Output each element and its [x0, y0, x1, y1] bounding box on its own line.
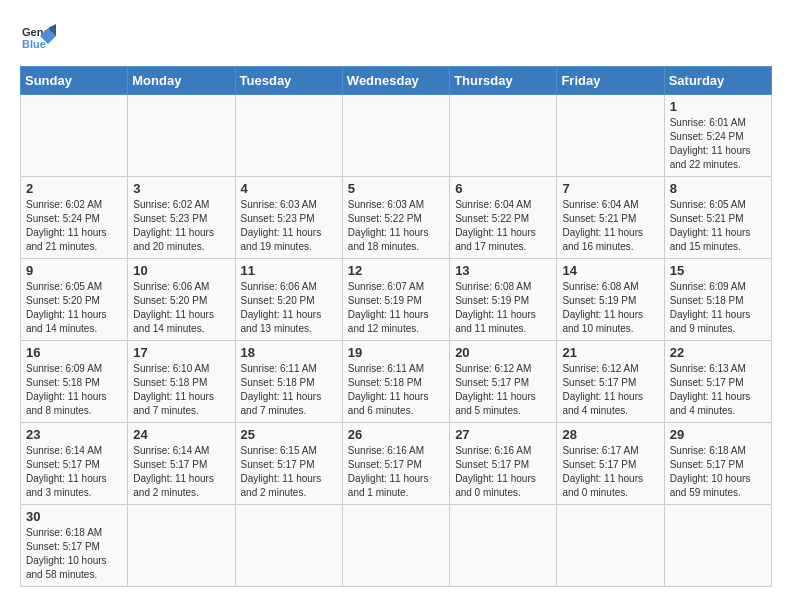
calendar-day-cell: 18Sunrise: 6:11 AM Sunset: 5:18 PM Dayli…	[235, 341, 342, 423]
calendar-day-cell: 3Sunrise: 6:02 AM Sunset: 5:23 PM Daylig…	[128, 177, 235, 259]
calendar-week-row: 30Sunrise: 6:18 AM Sunset: 5:17 PM Dayli…	[21, 505, 772, 587]
svg-text:Blue: Blue	[22, 38, 46, 50]
calendar-day-cell: 22Sunrise: 6:13 AM Sunset: 5:17 PM Dayli…	[664, 341, 771, 423]
day-info: Sunrise: 6:04 AM Sunset: 5:22 PM Dayligh…	[455, 198, 551, 254]
calendar-day-cell: 2Sunrise: 6:02 AM Sunset: 5:24 PM Daylig…	[21, 177, 128, 259]
calendar-day-cell	[21, 95, 128, 177]
page-header: General Blue	[20, 20, 772, 56]
calendar-day-cell: 4Sunrise: 6:03 AM Sunset: 5:23 PM Daylig…	[235, 177, 342, 259]
day-number: 10	[133, 263, 229, 278]
calendar-day-cell: 12Sunrise: 6:07 AM Sunset: 5:19 PM Dayli…	[342, 259, 449, 341]
calendar-day-cell	[450, 95, 557, 177]
calendar-day-cell: 25Sunrise: 6:15 AM Sunset: 5:17 PM Dayli…	[235, 423, 342, 505]
day-number: 17	[133, 345, 229, 360]
day-info: Sunrise: 6:11 AM Sunset: 5:18 PM Dayligh…	[348, 362, 444, 418]
day-of-week-header: Monday	[128, 67, 235, 95]
calendar-day-cell: 9Sunrise: 6:05 AM Sunset: 5:20 PM Daylig…	[21, 259, 128, 341]
day-info: Sunrise: 6:12 AM Sunset: 5:17 PM Dayligh…	[455, 362, 551, 418]
day-info: Sunrise: 6:14 AM Sunset: 5:17 PM Dayligh…	[26, 444, 122, 500]
day-of-week-header: Thursday	[450, 67, 557, 95]
calendar-day-cell	[664, 505, 771, 587]
calendar-day-cell: 27Sunrise: 6:16 AM Sunset: 5:17 PM Dayli…	[450, 423, 557, 505]
day-number: 7	[562, 181, 658, 196]
calendar-day-cell	[235, 95, 342, 177]
calendar-day-cell	[128, 95, 235, 177]
day-number: 9	[26, 263, 122, 278]
day-info: Sunrise: 6:02 AM Sunset: 5:24 PM Dayligh…	[26, 198, 122, 254]
calendar-day-cell: 1Sunrise: 6:01 AM Sunset: 5:24 PM Daylig…	[664, 95, 771, 177]
day-info: Sunrise: 6:03 AM Sunset: 5:23 PM Dayligh…	[241, 198, 337, 254]
calendar-day-cell: 8Sunrise: 6:05 AM Sunset: 5:21 PM Daylig…	[664, 177, 771, 259]
day-number: 19	[348, 345, 444, 360]
day-number: 3	[133, 181, 229, 196]
calendar-day-cell: 14Sunrise: 6:08 AM Sunset: 5:19 PM Dayli…	[557, 259, 664, 341]
day-info: Sunrise: 6:06 AM Sunset: 5:20 PM Dayligh…	[241, 280, 337, 336]
day-info: Sunrise: 6:05 AM Sunset: 5:20 PM Dayligh…	[26, 280, 122, 336]
calendar-day-cell: 16Sunrise: 6:09 AM Sunset: 5:18 PM Dayli…	[21, 341, 128, 423]
calendar-week-row: 1Sunrise: 6:01 AM Sunset: 5:24 PM Daylig…	[21, 95, 772, 177]
day-info: Sunrise: 6:18 AM Sunset: 5:17 PM Dayligh…	[26, 526, 122, 582]
day-info: Sunrise: 6:02 AM Sunset: 5:23 PM Dayligh…	[133, 198, 229, 254]
day-info: Sunrise: 6:12 AM Sunset: 5:17 PM Dayligh…	[562, 362, 658, 418]
day-info: Sunrise: 6:01 AM Sunset: 5:24 PM Dayligh…	[670, 116, 766, 172]
day-number: 6	[455, 181, 551, 196]
day-number: 16	[26, 345, 122, 360]
day-info: Sunrise: 6:07 AM Sunset: 5:19 PM Dayligh…	[348, 280, 444, 336]
day-number: 13	[455, 263, 551, 278]
calendar-week-row: 23Sunrise: 6:14 AM Sunset: 5:17 PM Dayli…	[21, 423, 772, 505]
calendar-day-cell: 7Sunrise: 6:04 AM Sunset: 5:21 PM Daylig…	[557, 177, 664, 259]
day-number: 25	[241, 427, 337, 442]
day-number: 22	[670, 345, 766, 360]
calendar-week-row: 16Sunrise: 6:09 AM Sunset: 5:18 PM Dayli…	[21, 341, 772, 423]
day-info: Sunrise: 6:05 AM Sunset: 5:21 PM Dayligh…	[670, 198, 766, 254]
calendar-day-cell	[342, 505, 449, 587]
day-info: Sunrise: 6:09 AM Sunset: 5:18 PM Dayligh…	[670, 280, 766, 336]
calendar-day-cell: 5Sunrise: 6:03 AM Sunset: 5:22 PM Daylig…	[342, 177, 449, 259]
day-of-week-header: Tuesday	[235, 67, 342, 95]
day-number: 2	[26, 181, 122, 196]
day-number: 18	[241, 345, 337, 360]
calendar-table: SundayMondayTuesdayWednesdayThursdayFrid…	[20, 66, 772, 587]
calendar-day-cell: 19Sunrise: 6:11 AM Sunset: 5:18 PM Dayli…	[342, 341, 449, 423]
day-info: Sunrise: 6:14 AM Sunset: 5:17 PM Dayligh…	[133, 444, 229, 500]
day-number: 28	[562, 427, 658, 442]
day-info: Sunrise: 6:08 AM Sunset: 5:19 PM Dayligh…	[455, 280, 551, 336]
day-info: Sunrise: 6:08 AM Sunset: 5:19 PM Dayligh…	[562, 280, 658, 336]
day-number: 24	[133, 427, 229, 442]
calendar-day-cell: 17Sunrise: 6:10 AM Sunset: 5:18 PM Dayli…	[128, 341, 235, 423]
day-info: Sunrise: 6:03 AM Sunset: 5:22 PM Dayligh…	[348, 198, 444, 254]
day-number: 12	[348, 263, 444, 278]
logo-icon: General Blue	[20, 20, 56, 56]
calendar-day-cell: 20Sunrise: 6:12 AM Sunset: 5:17 PM Dayli…	[450, 341, 557, 423]
calendar-week-row: 9Sunrise: 6:05 AM Sunset: 5:20 PM Daylig…	[21, 259, 772, 341]
day-number: 5	[348, 181, 444, 196]
day-number: 8	[670, 181, 766, 196]
day-of-week-header: Sunday	[21, 67, 128, 95]
day-info: Sunrise: 6:16 AM Sunset: 5:17 PM Dayligh…	[348, 444, 444, 500]
calendar-day-cell: 15Sunrise: 6:09 AM Sunset: 5:18 PM Dayli…	[664, 259, 771, 341]
day-number: 4	[241, 181, 337, 196]
day-number: 26	[348, 427, 444, 442]
day-number: 14	[562, 263, 658, 278]
day-number: 27	[455, 427, 551, 442]
day-info: Sunrise: 6:04 AM Sunset: 5:21 PM Dayligh…	[562, 198, 658, 254]
calendar-day-cell: 29Sunrise: 6:18 AM Sunset: 5:17 PM Dayli…	[664, 423, 771, 505]
day-info: Sunrise: 6:18 AM Sunset: 5:17 PM Dayligh…	[670, 444, 766, 500]
logo: General Blue	[20, 20, 56, 56]
calendar-day-cell: 28Sunrise: 6:17 AM Sunset: 5:17 PM Dayli…	[557, 423, 664, 505]
day-info: Sunrise: 6:06 AM Sunset: 5:20 PM Dayligh…	[133, 280, 229, 336]
calendar-day-cell: 23Sunrise: 6:14 AM Sunset: 5:17 PM Dayli…	[21, 423, 128, 505]
day-number: 15	[670, 263, 766, 278]
day-number: 23	[26, 427, 122, 442]
day-number: 1	[670, 99, 766, 114]
calendar-day-cell: 26Sunrise: 6:16 AM Sunset: 5:17 PM Dayli…	[342, 423, 449, 505]
calendar-week-row: 2Sunrise: 6:02 AM Sunset: 5:24 PM Daylig…	[21, 177, 772, 259]
day-of-week-header: Friday	[557, 67, 664, 95]
day-number: 20	[455, 345, 551, 360]
day-number: 11	[241, 263, 337, 278]
calendar-day-cell	[342, 95, 449, 177]
day-info: Sunrise: 6:09 AM Sunset: 5:18 PM Dayligh…	[26, 362, 122, 418]
calendar-day-cell: 6Sunrise: 6:04 AM Sunset: 5:22 PM Daylig…	[450, 177, 557, 259]
calendar-day-cell	[128, 505, 235, 587]
calendar-day-cell	[557, 95, 664, 177]
